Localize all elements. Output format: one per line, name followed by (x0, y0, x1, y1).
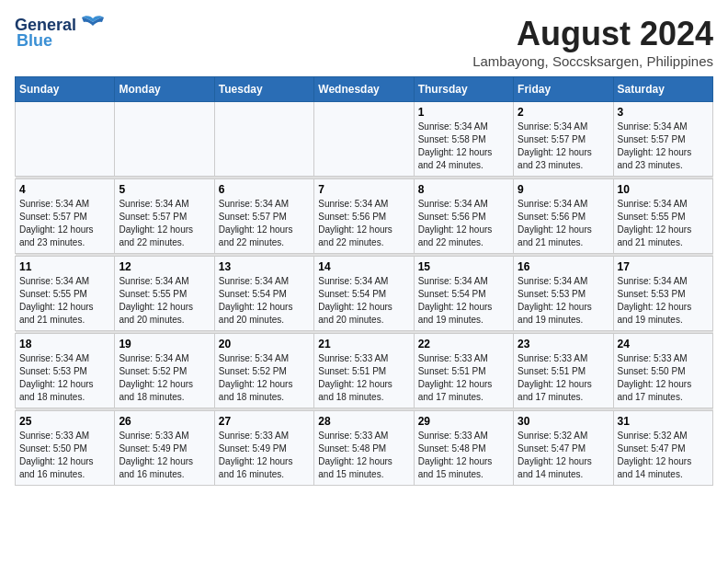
calendar-cell (314, 102, 414, 177)
day-number: 30 (518, 415, 609, 428)
calendar-cell: 28Sunrise: 5:33 AM Sunset: 5:48 PM Dayli… (314, 411, 414, 486)
day-info: Sunrise: 5:33 AM Sunset: 5:51 PM Dayligh… (318, 352, 409, 404)
calendar-cell: 7Sunrise: 5:34 AM Sunset: 5:56 PM Daylig… (314, 179, 414, 254)
day-number: 12 (119, 260, 210, 273)
calendar-week-row: 11Sunrise: 5:34 AM Sunset: 5:55 PM Dayli… (16, 257, 713, 331)
calendar-cell: 2Sunrise: 5:34 AM Sunset: 5:57 PM Daylig… (514, 102, 613, 177)
day-info: Sunrise: 5:34 AM Sunset: 5:56 PM Dayligh… (318, 198, 409, 249)
day-info: Sunrise: 5:34 AM Sunset: 5:58 PM Dayligh… (418, 121, 509, 172)
day-number: 4 (19, 183, 110, 196)
day-number: 26 (119, 415, 210, 428)
day-info: Sunrise: 5:34 AM Sunset: 5:54 PM Dayligh… (219, 275, 310, 327)
calendar-cell: 29Sunrise: 5:33 AM Sunset: 5:48 PM Dayli… (414, 411, 513, 486)
day-info: Sunrise: 5:33 AM Sunset: 5:48 PM Dayligh… (318, 430, 409, 481)
day-header-friday: Friday (514, 77, 613, 102)
day-number: 21 (318, 338, 409, 350)
day-info: Sunrise: 5:34 AM Sunset: 5:53 PM Dayligh… (518, 275, 609, 327)
calendar-cell: 16Sunrise: 5:34 AM Sunset: 5:53 PM Dayli… (514, 257, 613, 331)
day-info: Sunrise: 5:34 AM Sunset: 5:53 PM Dayligh… (19, 352, 110, 404)
calendar-cell: 26Sunrise: 5:33 AM Sunset: 5:49 PM Dayli… (115, 411, 214, 486)
calendar-cell: 13Sunrise: 5:34 AM Sunset: 5:54 PM Dayli… (214, 257, 313, 331)
calendar-cell: 18Sunrise: 5:34 AM Sunset: 5:53 PM Dayli… (16, 334, 115, 408)
day-number: 2 (518, 106, 609, 119)
day-number: 10 (618, 183, 709, 196)
day-number: 31 (618, 415, 709, 428)
day-info: Sunrise: 5:34 AM Sunset: 5:57 PM Dayligh… (119, 198, 210, 249)
day-header-sunday: Sunday (16, 77, 115, 102)
day-number: 23 (518, 338, 609, 350)
day-info: Sunrise: 5:34 AM Sunset: 5:57 PM Dayligh… (19, 198, 110, 249)
day-number: 3 (618, 106, 709, 119)
calendar-cell: 24Sunrise: 5:33 AM Sunset: 5:50 PM Dayli… (613, 334, 712, 408)
day-info: Sunrise: 5:34 AM Sunset: 5:57 PM Dayligh… (518, 121, 609, 172)
day-number: 28 (318, 415, 409, 428)
calendar-week-row: 1Sunrise: 5:34 AM Sunset: 5:58 PM Daylig… (16, 102, 713, 177)
calendar-week-row: 4Sunrise: 5:34 AM Sunset: 5:57 PM Daylig… (16, 179, 713, 254)
calendar-cell (115, 102, 214, 177)
day-info: Sunrise: 5:33 AM Sunset: 5:49 PM Dayligh… (119, 430, 210, 481)
logo-blue: Blue (17, 31, 52, 51)
day-info: Sunrise: 5:34 AM Sunset: 5:54 PM Dayligh… (318, 275, 409, 327)
calendar-cell: 27Sunrise: 5:33 AM Sunset: 5:49 PM Dayli… (214, 411, 313, 486)
calendar-cell: 8Sunrise: 5:34 AM Sunset: 5:56 PM Daylig… (414, 179, 513, 254)
day-info: Sunrise: 5:34 AM Sunset: 5:56 PM Dayligh… (518, 198, 609, 249)
logo: General Blue (15, 15, 106, 51)
calendar-cell: 15Sunrise: 5:34 AM Sunset: 5:54 PM Dayli… (414, 257, 513, 331)
logo-bird-icon (80, 15, 106, 35)
calendar-cell: 10Sunrise: 5:34 AM Sunset: 5:55 PM Dayli… (613, 179, 712, 254)
calendar-cell: 4Sunrise: 5:34 AM Sunset: 5:57 PM Daylig… (16, 179, 115, 254)
day-info: Sunrise: 5:32 AM Sunset: 5:47 PM Dayligh… (518, 430, 609, 481)
day-number: 9 (518, 183, 609, 196)
calendar-table: SundayMondayTuesdayWednesdayThursdayFrid… (15, 76, 713, 486)
day-number: 27 (219, 415, 310, 428)
calendar-cell: 17Sunrise: 5:34 AM Sunset: 5:53 PM Dayli… (613, 257, 712, 331)
day-number: 15 (418, 260, 509, 273)
calendar-cell: 11Sunrise: 5:34 AM Sunset: 5:55 PM Dayli… (16, 257, 115, 331)
calendar-cell: 1Sunrise: 5:34 AM Sunset: 5:58 PM Daylig… (414, 102, 513, 177)
calendar-cell: 6Sunrise: 5:34 AM Sunset: 5:57 PM Daylig… (214, 179, 313, 254)
calendar-cell: 9Sunrise: 5:34 AM Sunset: 5:56 PM Daylig… (514, 179, 613, 254)
day-header-tuesday: Tuesday (214, 77, 313, 102)
calendar-cell: 20Sunrise: 5:34 AM Sunset: 5:52 PM Dayli… (214, 334, 313, 408)
day-info: Sunrise: 5:34 AM Sunset: 5:52 PM Dayligh… (119, 352, 210, 404)
calendar-cell: 22Sunrise: 5:33 AM Sunset: 5:51 PM Dayli… (414, 334, 513, 408)
day-header-monday: Monday (115, 77, 214, 102)
calendar-cell: 19Sunrise: 5:34 AM Sunset: 5:52 PM Dayli… (115, 334, 214, 408)
calendar-header-row: SundayMondayTuesdayWednesdayThursdayFrid… (16, 77, 713, 102)
calendar-body: 1Sunrise: 5:34 AM Sunset: 5:58 PM Daylig… (16, 102, 713, 486)
day-number: 20 (219, 338, 310, 350)
day-info: Sunrise: 5:34 AM Sunset: 5:57 PM Dayligh… (219, 198, 310, 249)
day-number: 6 (219, 183, 310, 196)
day-info: Sunrise: 5:34 AM Sunset: 5:55 PM Dayligh… (618, 198, 709, 249)
main-title: August 2024 (472, 15, 713, 53)
day-header-thursday: Thursday (414, 77, 513, 102)
day-number: 18 (19, 338, 110, 350)
day-number: 24 (618, 338, 709, 350)
day-info: Sunrise: 5:33 AM Sunset: 5:51 PM Dayligh… (418, 352, 509, 404)
calendar-cell: 31Sunrise: 5:32 AM Sunset: 5:47 PM Dayli… (613, 411, 712, 486)
calendar-cell (16, 102, 115, 177)
day-info: Sunrise: 5:34 AM Sunset: 5:52 PM Dayligh… (219, 352, 310, 404)
calendar-week-row: 25Sunrise: 5:33 AM Sunset: 5:50 PM Dayli… (16, 411, 713, 486)
calendar-cell: 3Sunrise: 5:34 AM Sunset: 5:57 PM Daylig… (613, 102, 712, 177)
calendar-cell: 14Sunrise: 5:34 AM Sunset: 5:54 PM Dayli… (314, 257, 414, 331)
day-info: Sunrise: 5:34 AM Sunset: 5:55 PM Dayligh… (119, 275, 210, 327)
title-section: August 2024 Lambayong, Soccsksargen, Phi… (472, 15, 713, 69)
day-number: 13 (219, 260, 310, 273)
day-header-wednesday: Wednesday (314, 77, 414, 102)
day-header-saturday: Saturday (613, 77, 712, 102)
calendar-cell: 12Sunrise: 5:34 AM Sunset: 5:55 PM Dayli… (115, 257, 214, 331)
calendar-cell: 30Sunrise: 5:32 AM Sunset: 5:47 PM Dayli… (514, 411, 613, 486)
calendar-week-row: 18Sunrise: 5:34 AM Sunset: 5:53 PM Dayli… (16, 334, 713, 408)
day-number: 1 (418, 106, 509, 119)
day-info: Sunrise: 5:33 AM Sunset: 5:51 PM Dayligh… (518, 352, 609, 404)
day-info: Sunrise: 5:34 AM Sunset: 5:55 PM Dayligh… (19, 275, 110, 327)
day-info: Sunrise: 5:34 AM Sunset: 5:53 PM Dayligh… (618, 275, 709, 327)
day-number: 22 (418, 338, 509, 350)
calendar-cell: 25Sunrise: 5:33 AM Sunset: 5:50 PM Dayli… (16, 411, 115, 486)
day-number: 29 (418, 415, 509, 428)
day-info: Sunrise: 5:33 AM Sunset: 5:48 PM Dayligh… (418, 430, 509, 481)
calendar-cell: 21Sunrise: 5:33 AM Sunset: 5:51 PM Dayli… (314, 334, 414, 408)
day-number: 19 (119, 338, 210, 350)
calendar-cell: 5Sunrise: 5:34 AM Sunset: 5:57 PM Daylig… (115, 179, 214, 254)
